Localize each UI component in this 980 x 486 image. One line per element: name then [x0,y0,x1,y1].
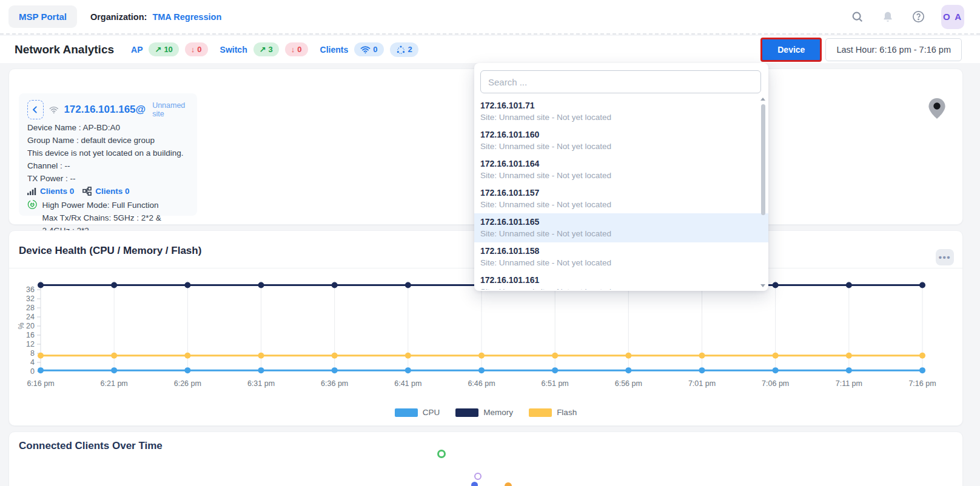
svg-text:6:21 pm: 6:21 pm [101,379,128,388]
switch-label: Switch [220,45,247,55]
dropdown-item-ip: 172.16.101.157 [480,187,754,199]
arrow-down-icon: ↓ [291,45,295,54]
device-ip-link[interactable]: 172.16.101.165@ [64,104,146,116]
device-dropdown-list: 172.16.101.71Site: Unnamed site - Not ye… [474,97,768,290]
device-site-link[interactable]: Unnamed site [152,101,189,118]
connected-clients-card: Connected Clients Over Time [8,431,963,486]
dropdown-item-ip: 172.16.101.158 [480,245,754,257]
connected-clients-title: Connected Clients Over Time [19,440,163,452]
dropdown-item-site: Site: Unnamed site - Not yet located [480,228,754,239]
svg-text:6:26 pm: 6:26 pm [174,379,201,388]
dropdown-item[interactable]: 172.16.101.165Site: Unnamed site - Not y… [474,213,768,242]
dropdown-item[interactable]: 172.16.101.161Site: Unnamed site - Not y… [474,271,768,290]
svg-text:20: 20 [26,322,35,330]
top-header-bar: MSP Portal Organization: TMA Regression [0,0,980,35]
svg-text:16: 16 [26,331,35,339]
svg-text:7:11 pm: 7:11 pm [836,379,862,388]
device-health-title: Device Health (CPU / Memory / Flash) [19,245,201,257]
svg-text:28: 28 [26,304,35,312]
dropdown-item-site: Site: Unnamed site - Not yet located [480,286,754,290]
svg-text:6:16 pm: 6:16 pm [27,379,54,388]
legend-item-cpu[interactable]: CPU [395,408,440,417]
switch-down-pill[interactable]: ↓0 [285,42,308,56]
svg-text:7:16 pm: 7:16 pm [908,379,936,388]
scroll-up-arrow-icon[interactable] [760,98,765,101]
analytics-toolbar: Network Analytics AP ↗10 ↓0 Switch ↗3 ↓0… [0,36,980,63]
clients-link-a[interactable]: Clients 0 [40,185,74,198]
svg-text:12: 12 [26,340,35,348]
user-avatar[interactable]: O A [941,5,964,29]
svg-text:%: % [17,322,25,329]
dropdown-item-site: Site: Unnamed site - Not yet located [480,141,754,152]
arrow-up-icon: ↗ [155,45,161,54]
organization-name-link[interactable]: TMA Regression [152,12,221,22]
tx-power-text: TX Power : -- [27,172,189,185]
signal-bars-icon [27,187,36,195]
legend-swatch [529,408,552,417]
svg-text:0: 0 [30,367,35,376]
clients-wired-pill[interactable]: 2 [390,42,418,57]
ap-up-pill[interactable]: ↗10 [149,42,178,56]
svg-text:24: 24 [26,313,35,321]
legend-item-memory[interactable]: Memory [455,408,513,417]
help-icon[interactable] [911,10,925,24]
back-button[interactable] [27,100,44,119]
svg-text:7:01 pm: 7:01 pm [688,379,716,388]
svg-text:36: 36 [26,285,35,294]
device-health-chart: 6:16 pm6:21 pm6:26 pm6:31 pm6:36 pm6:41 … [15,275,945,405]
legend-label: CPU [423,408,440,417]
map-pin-icon[interactable] [928,98,945,121]
dropdown-item-ip: 172.16.101.164 [480,158,754,170]
device-search-input[interactable] [480,70,761,93]
switch-up-pill[interactable]: ↗3 [253,42,279,56]
chart-legend: CPUMemoryFlash [9,408,962,417]
power-plug-icon [27,199,38,210]
chevron-left-icon [31,105,39,114]
msp-portal-button[interactable]: MSP Portal [8,5,77,28]
legend-item-flash[interactable]: Flash [529,408,577,417]
scroll-down-arrow-icon[interactable] [760,284,765,287]
ap-label: AP [131,45,143,55]
svg-text:6:51 pm: 6:51 pm [542,379,569,388]
dropdown-item[interactable]: 172.16.101.160Site: Unnamed site - Not y… [474,126,768,155]
ap-down-pill[interactable]: ↓0 [185,42,208,56]
dropdown-item-ip: 172.16.101.161 [480,275,754,286]
dropdown-item[interactable]: 172.16.101.71Site: Unnamed site - Not ye… [474,97,768,126]
time-range-selector[interactable]: Last Hour: 6:16 pm - 7:16 pm [825,38,962,61]
svg-text:6:31 pm: 6:31 pm [247,379,275,388]
dropdown-item[interactable]: 172.16.101.164Site: Unnamed site - Not y… [474,155,768,184]
device-info-panel: 172.16.101.165@ Unnamed site Device Name… [19,93,197,216]
location-note-text: This device is not yet located on a buil… [27,147,189,159]
card-menu-button[interactable]: ••• [936,249,954,265]
svg-text:6:36 pm: 6:36 pm [321,379,348,388]
loader-dot-blue [471,482,478,486]
wifi-icon [360,45,371,54]
svg-text:7:06 pm: 7:06 pm [762,379,789,388]
dropdown-item-site: Site: Unnamed site - Not yet located [480,257,754,268]
dropdown-item-site: Site: Unnamed site - Not yet located [480,199,754,210]
clients-link-b[interactable]: Clients 0 [95,185,129,198]
legend-swatch [395,408,418,417]
svg-text:32: 32 [26,295,35,303]
power-mode-text: High Power Mode: Full Function [42,199,189,211]
svg-text:6:46 pm: 6:46 pm [468,379,495,388]
dropdown-scrollbar[interactable] [761,104,765,215]
dropdown-item-site: Site: Unnamed site - Not yet located [480,112,754,123]
dropdown-item-ip: 172.16.101.160 [480,129,754,141]
notifications-bell-icon[interactable] [881,10,895,24]
search-icon[interactable] [850,10,865,24]
arrow-up-icon: ↗ [260,45,266,54]
network-analytics-page: MSP Portal Organization: TMA Regression [0,0,980,486]
dropdown-item[interactable]: 172.16.101.158Site: Unnamed site - Not y… [474,242,768,271]
device-dropdown: 172.16.101.71Site: Unnamed site - Not ye… [474,63,768,291]
group-name-text: Group Name : default device group [27,134,189,147]
svg-text:4: 4 [30,358,35,367]
legend-label: Memory [483,408,513,417]
device-selector-button[interactable]: Device [760,38,822,62]
loader-dot-orange [505,482,512,486]
svg-text:8: 8 [30,349,35,358]
clients-wifi-pill[interactable]: 0 [354,42,383,56]
dropdown-item[interactable]: 172.16.101.157Site: Unnamed site - Not y… [474,184,768,213]
channel-text: Channel : -- [27,159,189,172]
loader-dot-purple [474,473,482,480]
